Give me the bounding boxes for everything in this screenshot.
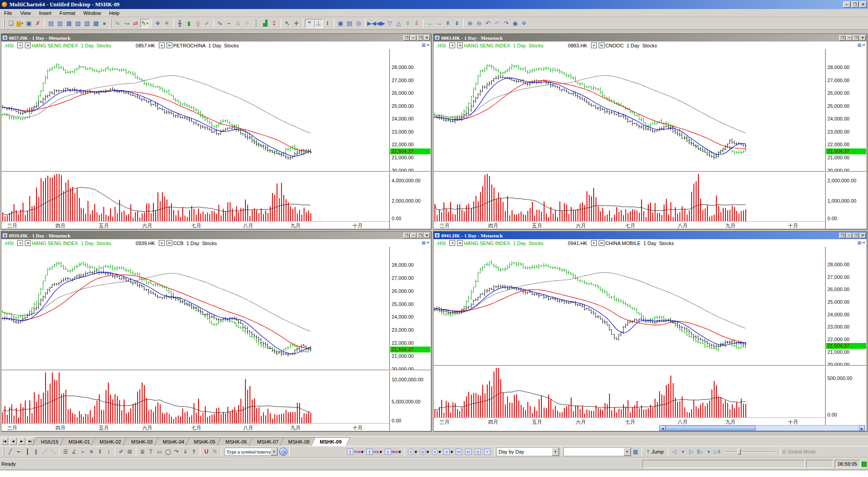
point-figure-icon[interactable]: ⌁ <box>225 19 234 28</box>
text-note-icon[interactable]: ❝ <box>305 19 314 28</box>
curve-icon[interactable]: ↷ <box>172 448 181 456</box>
price-pane-canvas[interactable] <box>434 247 825 365</box>
chart-pane-restore-button[interactable]: ❐ <box>839 233 845 238</box>
chart-window-title-bar[interactable]: ▦0941.HK - 1 Day - Metastock❐─❐✕ <box>434 232 867 239</box>
arrow-up-icon[interactable]: ⇑ <box>189 448 198 456</box>
arrow-line-icon[interactable]: ↕ <box>104 448 113 456</box>
toolbar-grip[interactable] <box>110 19 111 28</box>
window-list-icon[interactable]: ▩ <box>92 19 101 28</box>
minimize-button[interactable]: ─ <box>843 1 850 8</box>
scrollbar-thumb[interactable] <box>665 426 756 431</box>
playback-play-button[interactable]: ▷ <box>687 448 696 456</box>
pane-separator[interactable] <box>1 171 431 172</box>
index-series-dropdown[interactable]: ▾ <box>17 240 23 246</box>
chart-horizontal-scrollbar[interactable]: ◀▶ <box>659 425 865 431</box>
resolution-minute-button[interactable]: M▾ <box>418 447 430 456</box>
trendline-icon[interactable]: ╱ <box>6 448 14 456</box>
resolution-week-button[interactable]: W <box>454 447 464 456</box>
day-by-day-dropdown[interactable]: ▾ <box>552 448 559 456</box>
maximize-button[interactable]: ❐ <box>851 1 859 8</box>
index-instrument-dropdown[interactable]: I▾ <box>25 42 31 48</box>
collapse-scale-icon[interactable]: ▽ <box>385 19 394 28</box>
index-instrument-dropdown[interactable]: I▾ <box>457 42 463 48</box>
time-axis[interactable]: 三月四月五月六月七月八月九月十月 <box>434 221 825 229</box>
volume-pane-canvas[interactable] <box>434 366 825 417</box>
candle-style-icon[interactable]: ▮ <box>185 19 194 28</box>
equivolume-icon[interactable]: ▟ <box>261 19 270 28</box>
find-window-icon[interactable]: ◎ <box>354 19 363 28</box>
playback-step-options-button[interactable]: ▾ <box>704 448 713 456</box>
format-symbol-icon[interactable]: ▧ <box>74 19 83 28</box>
expand-bars-icon[interactable]: ◀▶ <box>376 19 385 28</box>
insert-function-icon[interactable]: ↝ <box>122 19 131 28</box>
index-series-dropdown[interactable]: ▾ <box>17 42 23 48</box>
stock-instrument-dropdown[interactable]: I▾ <box>166 240 172 246</box>
close-button[interactable]: ✕ <box>859 1 867 8</box>
insert-study-icon[interactable]: ∿ <box>113 19 122 28</box>
menu-window[interactable]: Window <box>79 9 105 17</box>
chart-window-title-bar[interactable]: ▦0883.HK - 1 Day - Metastock❐─❐✕ <box>434 34 867 42</box>
pane-separator[interactable] <box>1 370 431 371</box>
tabs-next-button[interactable]: ▶ <box>18 438 25 445</box>
annotation-list-icon[interactable]: ≣ <box>138 448 147 456</box>
price-pane-canvas[interactable] <box>1 49 389 171</box>
kagi-chart-icon[interactable]: ↧ <box>270 19 279 28</box>
new-window-icon[interactable]: ❏ <box>6 19 15 28</box>
line-style-icon[interactable]: ✓ <box>203 19 212 28</box>
time-axis[interactable]: 三月四月五月六月七月八月九月十月 <box>434 417 825 425</box>
send-to-chart-icon[interactable]: ▦ <box>631 448 640 456</box>
chart-pane-restore-button[interactable]: ❐ <box>403 35 410 41</box>
playback-step-button[interactable]: ‖▷ <box>696 448 704 456</box>
scale-up-icon[interactable]: ⇧ <box>403 19 412 28</box>
price-pane-canvas[interactable] <box>434 49 825 171</box>
hollow-candle-icon[interactable]: ▯ <box>194 19 203 28</box>
horizontal-segment-icon[interactable]: ╾ <box>14 448 23 456</box>
stock-instrument-dropdown[interactable]: I▾ <box>166 42 172 48</box>
undo-zoom-icon[interactable]: ↶ <box>484 19 493 28</box>
price-axis-column[interactable]: 28,000.0027,000.0026,000.0025,000.0024,0… <box>389 42 431 229</box>
resolution-day-button[interactable]: D▾ <box>442 447 454 456</box>
price-axis-column[interactable]: 28,000.0027,000.0026,000.0025,000.0024,0… <box>825 239 867 431</box>
tile-windows-icon[interactable]: ▣ <box>336 19 345 28</box>
candle-volume-icon[interactable]: ┆ <box>252 19 261 28</box>
playback-prev-button[interactable]: ◁ <box>670 448 679 456</box>
step-back-icon[interactable]: ← <box>425 19 434 28</box>
chart-minimize-button[interactable]: ─ <box>846 35 852 41</box>
step-forward-icon[interactable]: → <box>434 19 443 28</box>
zoom-out-icon[interactable]: ⊖ <box>475 19 484 28</box>
instrument-select[interactable]: ▾ <box>563 447 631 456</box>
scrollbar-right-arrow[interactable]: ▶ <box>859 426 865 431</box>
insert-window-icon[interactable]: ▨ <box>83 19 92 28</box>
vertical-lines-icon[interactable]: ‖ <box>96 448 104 456</box>
chart-restore-button[interactable]: ❐ <box>853 35 859 41</box>
day-by-day-select[interactable]: Day by Day▾ <box>496 447 559 456</box>
stock-series-dropdown[interactable]: ▾ <box>159 240 165 246</box>
chart-minimize-button[interactable]: ─ <box>410 233 416 238</box>
tabs-prev-button[interactable]: ◀ <box>9 438 17 445</box>
chart-close-button[interactable]: ✕ <box>859 35 866 41</box>
trend-angle-icon[interactable]: ∠ <box>70 448 78 456</box>
playback-speed-slider[interactable] <box>725 447 775 456</box>
pane-control-icon[interactable]: ▦➜ <box>857 42 865 47</box>
drawing-pencil-icon[interactable]: ✎▾ <box>140 19 149 28</box>
scrollbar-left-arrow[interactable]: ◀ <box>660 426 665 431</box>
chart-pane-restore-button[interactable]: ❐ <box>839 35 845 41</box>
resolution-year-button[interactable]: Y <box>483 447 492 456</box>
stock-series-dropdown[interactable]: ▾ <box>159 42 165 48</box>
toolbar-grip[interactable] <box>3 447 4 456</box>
crosshair-icon[interactable]: ✛ <box>292 19 301 28</box>
stock-series-dropdown[interactable]: ▾ <box>591 240 597 246</box>
toolbar-grip[interactable] <box>3 19 5 28</box>
toolbar-overflow-button[interactable]: » <box>101 20 108 27</box>
tabs-first-button[interactable]: |◀ <box>1 438 8 445</box>
pitchfork-icon[interactable]: ⋱ <box>49 448 57 456</box>
chart-restore-button[interactable]: ❐ <box>417 35 423 41</box>
close-window-icon[interactable]: ✗ <box>33 19 42 28</box>
text-tool-icon[interactable]: I <box>323 19 332 28</box>
step-chart-icon[interactable]: ⎍ <box>234 19 243 28</box>
chart-close-button[interactable]: ✕ <box>424 233 430 238</box>
pointer-axis-icon[interactable]: ⊥ <box>314 19 323 28</box>
pane-separator[interactable] <box>434 171 867 172</box>
pane-control-icon[interactable]: ▦➜ <box>421 42 429 47</box>
app-title-bar[interactable]: MultiCharts64 - Untitled Desktop - MSHK-… <box>0 0 868 9</box>
